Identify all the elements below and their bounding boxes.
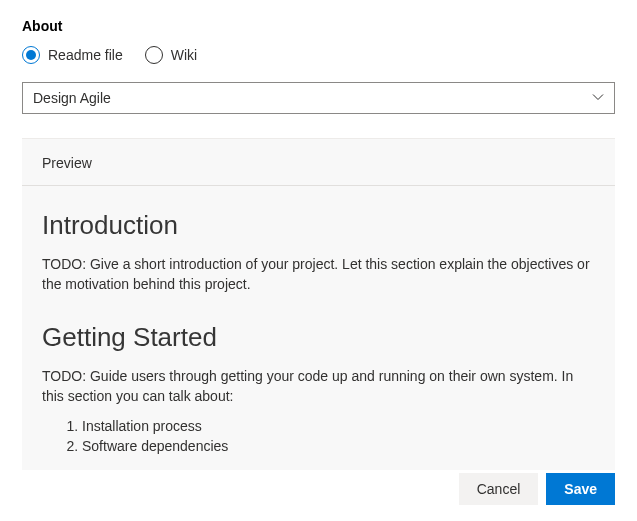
markdown-heading-getting-started: Getting Started [42,322,595,353]
preview-panel: Preview Introduction TODO: Give a short … [22,138,615,470]
cancel-button[interactable]: Cancel [459,473,539,505]
dropdown-selected-label: Design Agile [33,90,111,106]
list-item: Installation process [82,418,595,434]
radio-icon [22,46,40,64]
preview-tab-bar: Preview [22,139,615,186]
readme-source-dropdown[interactable]: Design Agile [22,82,615,114]
list-item: Software dependencies [82,438,595,454]
about-source-radio-group: Readme file Wiki [22,46,615,64]
markdown-paragraph: TODO: Give a short introduction of your … [42,255,595,294]
markdown-ordered-list: Installation process Software dependenci… [42,418,595,454]
radio-readme-file[interactable]: Readme file [22,46,123,64]
radio-label: Readme file [48,47,123,63]
preview-content: Introduction TODO: Give a short introduc… [22,186,615,470]
chevron-down-icon [592,90,604,106]
preview-tab[interactable]: Preview [42,155,92,171]
markdown-paragraph: TODO: Guide users through getting your c… [42,367,595,406]
footer-actions: Cancel Save [459,473,615,505]
radio-wiki[interactable]: Wiki [145,46,197,64]
section-heading: About [22,18,615,34]
markdown-heading-introduction: Introduction [42,210,595,241]
save-button[interactable]: Save [546,473,615,505]
radio-icon [145,46,163,64]
radio-label: Wiki [171,47,197,63]
